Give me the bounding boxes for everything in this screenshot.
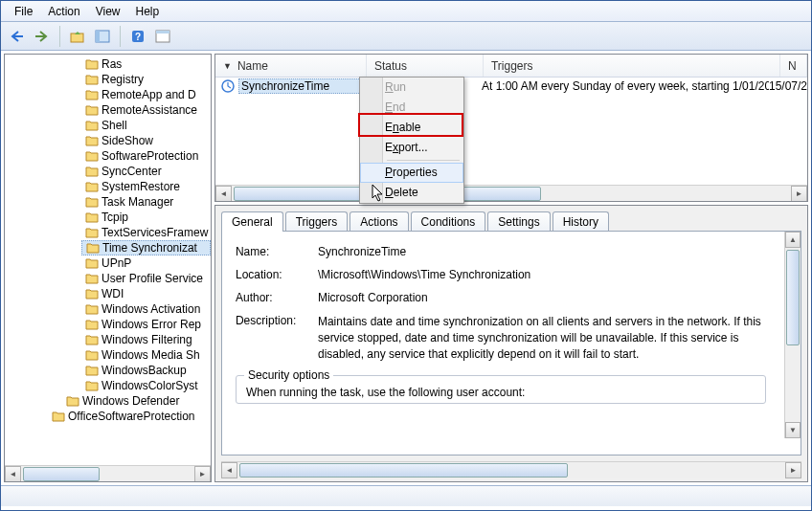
tree-item-task-manager[interactable]: Task Manager — [81, 194, 211, 210]
tree-item-user-profile-service[interactable]: User Profile Service — [81, 271, 211, 286]
col-name[interactable]: ▼Name — [215, 55, 367, 77]
tree-item-ras[interactable]: Ras — [81, 56, 211, 72]
tree-item-softwareprotection[interactable]: SoftwareProtection — [81, 148, 211, 164]
folder-icon — [85, 196, 99, 208]
scroll-left-arrow[interactable]: ◄ — [5, 466, 21, 482]
scroll-left-arrow[interactable]: ◄ — [215, 186, 232, 202]
tab-general[interactable]: General — [221, 211, 283, 232]
tree-item-label: SyncCenter — [102, 165, 162, 178]
list-horizontal-scrollbar[interactable]: ◄ ► — [215, 185, 807, 201]
scroll-track[interactable] — [237, 462, 785, 478]
statusbar — [1, 485, 811, 506]
tree-item-textservicesframew[interactable]: TextServicesFramew — [81, 225, 211, 240]
tree-item-windows-error-rep[interactable]: Windows Error Rep — [81, 317, 211, 332]
tree-item-remoteapp-and-d[interactable]: RemoteApp and D — [81, 87, 211, 102]
tree-item-label: Ras — [102, 57, 122, 71]
scroll-right-arrow[interactable]: ► — [785, 462, 801, 478]
tree-item-registry[interactable]: Registry — [81, 72, 211, 87]
menu-help[interactable]: Help — [128, 3, 168, 20]
tree-item-label: UPnP — [102, 256, 131, 270]
ctx-export[interactable]: Export... — [360, 138, 463, 158]
folder-icon — [85, 257, 99, 269]
scroll-up-arrow[interactable]: ▲ — [785, 232, 801, 248]
scroll-down-arrow[interactable]: ▼ — [785, 422, 801, 438]
security-options-group: Security options When running the task, … — [236, 375, 766, 404]
scroll-track[interactable] — [785, 248, 801, 422]
tree-item-windows-defender[interactable]: Windows Defender — [62, 393, 211, 409]
tree-item-windowsbackup[interactable]: WindowsBackup — [81, 363, 211, 378]
tree-item-remoteassistance[interactable]: RemoteAssistance — [81, 102, 211, 118]
ctx-properties[interactable]: Properties — [360, 163, 463, 183]
ctx-run[interactable]: Run — [360, 78, 463, 98]
tree-item-systemrestore[interactable]: SystemRestore — [81, 179, 211, 194]
forward-button[interactable] — [32, 26, 53, 47]
tree-item-windows-activation[interactable]: Windows Activation — [81, 301, 211, 317]
toolbar-separator — [59, 26, 60, 47]
clock-icon — [221, 79, 235, 93]
tree-item-shell[interactable]: Shell — [81, 118, 211, 133]
tree-horizontal-scrollbar[interactable]: ◄ ► — [5, 465, 211, 481]
folder-icon — [85, 150, 99, 162]
tree-item-windows-media-sh[interactable]: Windows Media Sh — [81, 347, 211, 363]
tab-actions[interactable]: Actions — [350, 211, 408, 232]
svg-rect-6 — [156, 31, 169, 33]
tree-item-sideshow[interactable]: SideShow — [81, 133, 211, 148]
tree-item-label: Windows Activation — [102, 302, 200, 316]
name-label: Name: — [236, 245, 318, 258]
back-button[interactable] — [7, 26, 28, 47]
scroll-track[interactable] — [21, 466, 194, 482]
folder-icon — [85, 166, 99, 177]
right-pane: ▼Name Status Triggers N SynchronizeTime … — [214, 54, 808, 482]
menubar: File Action View Help — [1, 1, 811, 22]
folder-up-button[interactable] — [67, 26, 88, 47]
ctx-end[interactable]: End — [360, 98, 463, 118]
task-row[interactable]: SynchronizeTime At 1:00 AM every Sunday … — [215, 78, 807, 95]
tree-item-label: User Profile Service — [102, 272, 203, 285]
col-status[interactable]: Status — [367, 55, 484, 77]
tree-item-label: Shell — [102, 119, 127, 132]
scroll-track[interactable] — [232, 186, 791, 202]
scroll-thumb[interactable] — [786, 250, 800, 345]
scroll-right-arrow[interactable]: ► — [791, 186, 807, 202]
tab-conditions[interactable]: Conditions — [411, 211, 486, 232]
security-text: When running the task, use the following… — [246, 386, 756, 399]
menu-file[interactable]: File — [7, 3, 40, 20]
name-value: SynchronizeTime — [318, 245, 406, 258]
tree-item-tcpip[interactable]: Tcpip — [81, 210, 211, 225]
security-legend: Security options — [244, 368, 333, 382]
author-value: Microsoft Corporation — [318, 291, 428, 304]
col-triggers[interactable]: Triggers — [484, 55, 780, 77]
folder-icon — [85, 89, 99, 100]
tree-item-officesoftwareprotection[interactable]: OfficeSoftwareProtection — [48, 409, 211, 424]
pane-button[interactable] — [152, 26, 173, 47]
task-triggers: At 1:00 AM every Sunday of every week, s… — [482, 79, 769, 93]
menu-action[interactable]: Action — [40, 3, 87, 20]
tree-item-wdi[interactable]: WDI — [81, 286, 211, 301]
tree-item-upnp[interactable]: UPnP — [81, 256, 211, 271]
tab-triggers[interactable]: Triggers — [285, 211, 349, 232]
folder-icon — [85, 58, 99, 70]
scroll-thumb[interactable] — [23, 467, 100, 481]
tab-history[interactable]: History — [553, 211, 609, 232]
menu-view[interactable]: View — [88, 3, 128, 20]
tree-item-label: SoftwareProtection — [102, 149, 198, 163]
tree-item-time-synchronizat[interactable]: Time Synchronizat — [81, 240, 211, 256]
tab-settings[interactable]: Settings — [487, 211, 550, 232]
details-vertical-scrollbar[interactable]: ▲ ▼ — [784, 232, 801, 438]
tree-item-windowscolorsyst[interactable]: WindowsColorSyst — [81, 378, 211, 393]
details-pane: General Triggers Actions Conditions Sett… — [214, 205, 808, 482]
tree-item-label: Windows Error Rep — [102, 318, 201, 331]
tree-item-label: TextServicesFramew — [102, 226, 208, 239]
folder-icon — [86, 242, 100, 254]
details-horizontal-scrollbar[interactable]: ◄ ► — [221, 461, 801, 478]
scroll-right-arrow[interactable]: ► — [194, 466, 211, 482]
scroll-left-arrow[interactable]: ◄ — [221, 462, 237, 478]
tree-item-label: RemoteAssistance — [102, 103, 197, 117]
col-next[interactable]: N — [780, 55, 807, 77]
scroll-thumb[interactable] — [239, 463, 568, 478]
tree-item-windows-filtering[interactable]: Windows Filtering — [81, 332, 211, 347]
help-button[interactable]: ? — [127, 26, 148, 47]
tree-item-synccenter[interactable]: SyncCenter — [81, 164, 211, 179]
view-button[interactable] — [92, 26, 113, 47]
ctx-enable[interactable]: Enable — [360, 118, 463, 138]
